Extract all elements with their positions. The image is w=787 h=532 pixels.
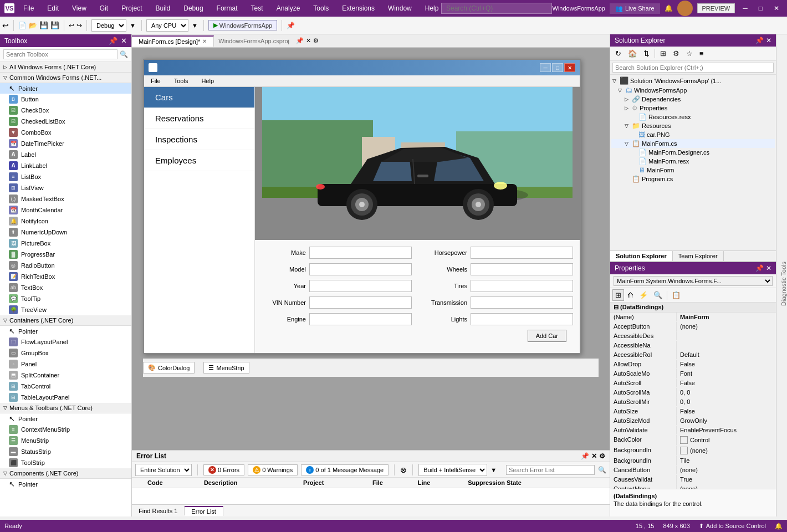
error-filter-select[interactable]: Entire Solution [135, 464, 192, 476]
component-menustrip[interactable]: ☰ MenuStrip [203, 362, 249, 374]
tool-combobox[interactable]: ▼ ComboBox [0, 127, 131, 138]
toolbar-back-icon[interactable]: ↩ [2, 21, 9, 30]
tool-picturebox[interactable]: 🖼 PictureBox [0, 238, 131, 249]
props-prop-pages-btn[interactable]: 📋 [670, 290, 683, 300]
props-search-btn[interactable]: 🔍 [651, 290, 665, 300]
comp-pointer[interactable]: ↖ Pointer [0, 479, 131, 489]
nav-inspections[interactable]: Inspections [144, 129, 254, 150]
tool-maskedtextbox[interactable]: (.) MaskedTextBox [0, 193, 131, 204]
tool-datetimepicker[interactable]: 📅 DateTimePicker [0, 138, 131, 149]
props-row-contextmenu[interactable]: ContextMenu (none) [610, 484, 776, 489]
global-search-input[interactable] [441, 3, 552, 14]
props-row-name[interactable]: (Name) MainForm [610, 313, 776, 322]
toolbar-open-icon[interactable]: 📂 [29, 22, 37, 29]
run-button[interactable]: ▶ WindowsFormsApp [208, 20, 277, 30]
menu-extensions[interactable]: Extensions [340, 3, 377, 13]
tree-dependencies[interactable]: ▷ 🔗 Dependencies [611, 95, 775, 104]
form-menu-tools[interactable]: Tools [172, 76, 191, 85]
container-groupbox[interactable]: ▭ GroupBox [0, 347, 131, 359]
tool-listview[interactable]: ⊞ ListView [0, 182, 131, 193]
debug-config-select[interactable]: Debug [91, 19, 126, 32]
props-row-backgroundin2[interactable]: BackgroundIn Tile [610, 456, 776, 466]
menu-edit[interactable]: Edit [45, 3, 61, 13]
menu-test[interactable]: Test [249, 3, 265, 13]
nav-reservations[interactable]: Reservations [144, 108, 254, 129]
tab-solution-explorer[interactable]: Solution Explorer [610, 251, 673, 261]
toolbox-section-menus[interactable]: ▽ Menus & Toolbars (.NET Core) [0, 403, 131, 413]
menu-project[interactable]: Project [119, 3, 144, 13]
errors-badge[interactable]: ✕ 0 Errors [203, 464, 244, 475]
tab-team-explorer[interactable]: Team Explorer [673, 251, 724, 261]
field-vin-input[interactable] [309, 296, 412, 309]
nav-cars[interactable]: Cars [144, 87, 254, 108]
solution-search-input[interactable] [612, 63, 774, 73]
tool-button[interactable]: B Button [0, 94, 131, 105]
props-row-cancelbutton[interactable]: CancelButton (none) [610, 466, 776, 475]
tool-notifyicon[interactable]: 🔔 NotifyIcon [0, 216, 131, 227]
menu-statusstrip[interactable]: ▬ StatusStrip [0, 446, 131, 457]
clear-filter-icon[interactable]: ⊗ [400, 466, 407, 474]
toolbar-new-icon[interactable]: 📄 [18, 22, 27, 29]
toolbox-section-all[interactable]: ▷ All Windows Forms (.NET Core) [0, 62, 131, 73]
container-panel[interactable]: ▫ Panel [0, 359, 131, 370]
field-engine-input[interactable] [309, 313, 412, 325]
sol-settings3-btn[interactable]: ☆ [683, 48, 696, 59]
tool-textbox[interactable]: ab TextBox [0, 282, 131, 293]
props-row-accessiblename[interactable]: AccessibleNa [610, 341, 776, 350]
tool-numericupdown[interactable]: ⬍ NumericUpDown [0, 227, 131, 238]
user-avatar[interactable] [677, 1, 693, 16]
sol-settings2-btn[interactable]: ⚙ [670, 48, 682, 59]
field-make-input[interactable] [309, 247, 412, 259]
build-filter-select[interactable]: Build + IntelliSense [418, 464, 487, 476]
toolbar-save-icon[interactable]: 💾 [39, 21, 48, 29]
tool-richtextbox[interactable]: 📝 RichTextBox [0, 271, 131, 282]
live-share-button[interactable]: 👥 Live Share [610, 3, 660, 14]
menu-window[interactable]: Window [386, 3, 414, 13]
tab-gear-icon[interactable]: ⚙ [313, 37, 319, 44]
props-row-acceptbutton[interactable]: AcceptButton (none) [610, 322, 776, 331]
restore-btn[interactable]: □ [755, 4, 766, 12]
props-row-autoscalemode[interactable]: AutoScaleMo Font [610, 369, 776, 378]
error-list-gear-icon[interactable]: ⚙ [599, 452, 605, 460]
tab-close-icon[interactable]: ✕ [202, 38, 207, 44]
tool-label[interactable]: A Label [0, 149, 131, 160]
container-tabcontrol[interactable]: ⊞ TabControl [0, 381, 131, 392]
tab-find-results[interactable]: Find Results 1 [132, 507, 185, 515]
tree-solution[interactable]: ▽ ⬛ Solution 'WindowsFormsApp' (1... [611, 76, 775, 85]
tab-close-all-icon[interactable]: ✕ [306, 37, 311, 44]
tool-progressbar[interactable]: ▓ ProgressBar [0, 249, 131, 260]
tool-checkedlistbox[interactable]: ☑ CheckedListBox [0, 116, 131, 127]
toolbox-section-components[interactable]: ▽ Components (.NET Core) [0, 468, 131, 479]
tool-radiobutton[interactable]: ◎ RadioButton [0, 260, 131, 271]
tool-pointer[interactable]: ↖ Pointer [0, 83, 131, 94]
container-pointer[interactable]: ↖ Pointer [0, 326, 131, 336]
tree-project[interactable]: ▽ 🗂 WindowsFormsApp [611, 85, 775, 95]
field-year-input[interactable] [309, 280, 412, 292]
field-wheels-input[interactable] [471, 263, 573, 275]
container-splitcontainer[interactable]: ⬒ SplitContainer [0, 370, 131, 381]
props-close-icon[interactable]: ✕ [766, 264, 771, 272]
form-menu-file[interactable]: File [149, 76, 163, 85]
sol-settings4-btn[interactable]: ≡ [697, 48, 707, 59]
props-row-accessibledes[interactable]: AccessibleDes [610, 331, 776, 341]
messages-badge[interactable]: i 0 of 1 Message Message [301, 464, 389, 475]
props-row-autoscrollmir[interactable]: AutoScrollMir 0, 0 [610, 397, 776, 407]
tree-properties[interactable]: ▷ ⚙ Properties [611, 104, 775, 112]
field-model-input[interactable] [309, 263, 412, 275]
diagnostic-tools-sidebar[interactable]: Diagnostic Tools [776, 34, 787, 516]
menu-pointer[interactable]: ↖ Pointer [0, 413, 131, 424]
tree-mainform-form[interactable]: 🖥 MainForm [611, 166, 775, 175]
sol-pin-icon[interactable]: 📌 [755, 37, 764, 44]
tree-program-cs[interactable]: 📋 Program.cs [611, 175, 775, 183]
menu-contextmenustrip[interactable]: ≡ ContextMenuStrip [0, 424, 131, 435]
designer-area[interactable]: ─ □ ✕ File Tools Help [132, 48, 610, 450]
menu-format[interactable]: Format [214, 3, 240, 13]
tree-car-png[interactable]: 🖼 car.PNG [611, 130, 775, 139]
menu-menustrip[interactable]: ☰ MenuStrip [0, 435, 131, 446]
sol-refresh-btn[interactable]: ↻ [612, 48, 624, 59]
toolbox-section-common[interactable]: ▽ Common Windows Forms (.NET... [0, 73, 131, 83]
toolbox-search-input[interactable] [3, 49, 117, 59]
component-colordialog[interactable]: 🎨 ColorDialog [143, 362, 195, 374]
props-row-allowdrop[interactable]: AllowDrop False [610, 360, 776, 369]
props-categorized-btn[interactable]: ⊞ [612, 289, 624, 301]
